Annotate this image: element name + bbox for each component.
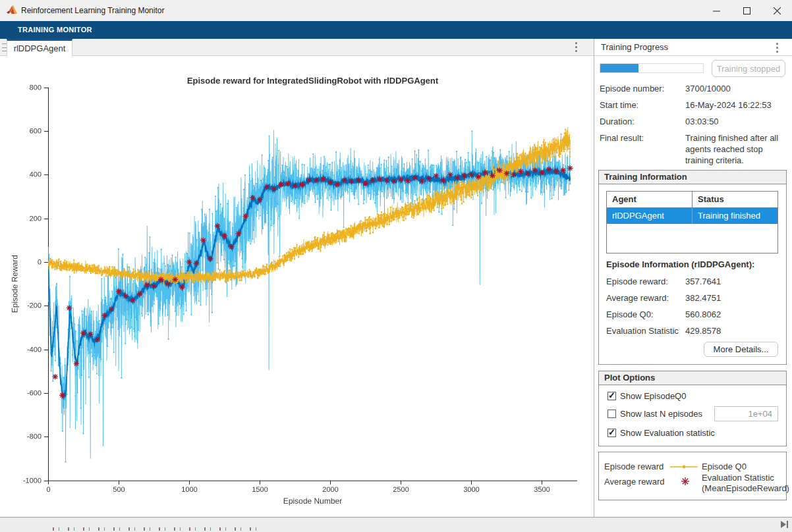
show-last-n-checkbox[interactable] [608,410,616,418]
last-n-episodes-input[interactable] [714,406,778,421]
episode-reward-value: 357.7641 [685,277,721,286]
tab-options-menu-icon[interactable] [575,42,577,52]
panel-options-menu-icon[interactable] [776,43,778,53]
minimize-button[interactable] [701,0,731,21]
show-last-n-option[interactable]: Show last N episodes [608,409,702,419]
average-reward-value: 382.4751 [685,293,721,303]
more-details-button[interactable]: More Details... [704,342,778,357]
agent-column-header: Agent [607,192,693,207]
episode-q0-value: 560.8062 [685,309,721,319]
figure-area [0,56,594,517]
duration-label: Duration: [600,117,635,126]
legend-average-reward: Average reward [604,477,665,487]
toolstrip-ribbon: TRAINING MONITOR [0,21,792,39]
plot-options-header: Plot Options [599,371,786,385]
ribbon-tab-training-monitor[interactable]: TRAINING MONITOR [18,21,92,39]
tab-rlddpgagent[interactable]: rlDDPGAgent [7,39,72,56]
show-episodeq0-label: Show EpisodeQ0 [620,391,686,401]
document-tab-strip: rlDDPGAgent [0,39,594,56]
final-result-label: Final result: [600,133,644,143]
episode-number-value: 3700/10000 [685,84,731,93]
tab-label: rlDDPGAgent [14,43,66,53]
show-evaluation-label: Show Evaluation statistic [620,428,715,438]
show-episodeq0-option[interactable]: Show EpisodeQ0 [608,391,686,401]
start-time-value: 16-May-2024 16:22:53 [685,100,772,110]
next-figure-sliver [53,527,264,531]
window-title: Reinforcement Learning Training Monitor [21,0,164,21]
title-bar: Reinforcement Learning Training Monitor [0,0,792,22]
average-reward-label: Average reward: [606,293,669,303]
progress-fill [600,64,638,72]
close-button[interactable] [762,0,792,21]
duration-value: 03:03:50 [685,117,719,126]
episode-number-label: Episode number: [600,84,664,93]
training-stopped-label: Training stopped [717,64,780,74]
grip-icon [2,43,7,51]
training-progress-bar [600,63,704,73]
training-information-header: Training Information [599,171,786,184]
episode-reward-chart [1,56,594,517]
episode-q0-marker-icon [669,463,699,471]
agent-row[interactable]: rlDDPGAgent Training finished [607,208,778,224]
app-window: { "window": { "title": "Reinforcement Le… [0,0,792,532]
evaluation-statistic-label: Evaluation Statistic [606,326,679,336]
legend-episode-q0: Episode Q0 [702,462,747,471]
training-progress-title: Training Progress [601,39,668,56]
episode-reward-label: Episode reward: [606,277,668,286]
status-cell: Training finished [693,208,778,224]
more-details-label: More Details... [714,344,769,354]
panel-divider [594,39,594,532]
training-progress-header-bar: Training Progress [594,39,792,56]
legend-evaluation: Evaluation Statistic (MeanEpisodeReward) [702,473,785,494]
show-evaluation-option[interactable]: Show Evaluation statistic [608,428,715,438]
evaluation-asterisk-icon [681,477,690,486]
maximize-button[interactable] [731,0,762,21]
show-episodeq0-checkbox[interactable] [608,392,616,400]
start-time-label: Start time: [600,100,638,110]
evaluation-statistic-value: 429.8578 [685,326,721,336]
final-result-value: Training finished after all agents reach… [685,132,786,166]
legend-panel: Episode reward Average reward Episode Q0… [598,452,787,500]
show-last-n-label: Show last N episodes [620,409,702,419]
matlab-logo-icon [7,5,18,16]
legend-episode-reward: Episode reward [604,462,664,471]
collapse-panel-icon[interactable] [779,520,789,529]
table-header-row: Agent Status [607,192,778,208]
agent-cell: rlDDPGAgent [607,208,693,224]
show-evaluation-checkbox[interactable] [608,429,616,437]
agent-status-table: Agent Status rlDDPGAgent Training finish… [606,191,778,253]
episode-q0-label: Episode Q0: [606,309,654,319]
training-stopped-button[interactable]: Training stopped [712,60,785,77]
status-column-header: Status [693,192,778,207]
episode-information-header: Episode Information (rlDDPGAgent): [606,259,754,269]
